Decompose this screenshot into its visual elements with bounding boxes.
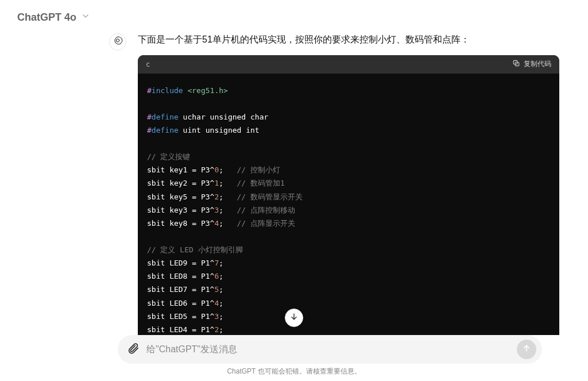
copy-code-button[interactable]: 复制代码	[512, 59, 551, 69]
disclaimer-text: ChatGPT 也可能会犯错。请核查重要信息。	[0, 367, 588, 376]
paperclip-icon	[127, 342, 140, 357]
assistant-avatar	[109, 33, 126, 51]
chevron-down-icon	[81, 11, 90, 24]
arrow-down-icon	[289, 312, 299, 324]
message-input[interactable]	[146, 344, 510, 355]
code-block: c 复制代码 #include <reg51.h> #define uchar …	[138, 55, 559, 335]
model-switcher[interactable]: ChatGPT 4o	[17, 11, 90, 24]
model-name: ChatGPT 4o	[17, 11, 76, 24]
code-language-label: c	[146, 60, 150, 68]
copy-icon	[512, 59, 520, 69]
assistant-intro-text: 下面是一个基于51单片机的代码实现，按照你的要求来控制小灯、数码管和点阵：	[138, 32, 559, 47]
scroll-to-bottom-button[interactable]	[285, 309, 303, 327]
openai-logo-icon	[113, 36, 123, 48]
message-composer	[118, 335, 542, 364]
send-button[interactable]	[517, 340, 536, 359]
copy-code-label: 复制代码	[524, 59, 551, 69]
attach-button[interactable]	[127, 342, 140, 357]
message-area: 下面是一个基于51单片机的代码实现，按照你的要求来控制小灯、数码管和点阵： c …	[109, 32, 559, 335]
code-content[interactable]: #include <reg51.h> #define uchar unsigne…	[138, 74, 559, 335]
assistant-message: 下面是一个基于51单片机的代码实现，按照你的要求来控制小灯、数码管和点阵： c …	[109, 32, 559, 335]
arrow-up-icon	[522, 344, 531, 355]
code-toolbar: c 复制代码	[138, 55, 559, 74]
